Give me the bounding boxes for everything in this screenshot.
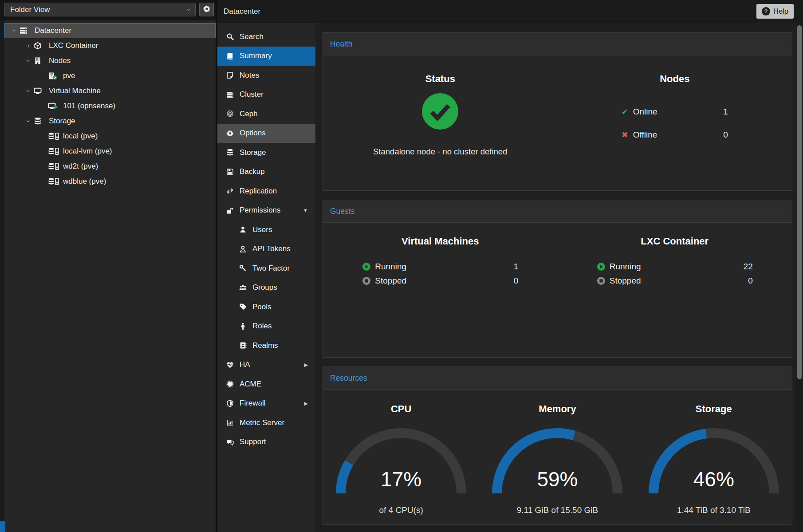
guests-column-title: Virtual Machines bbox=[323, 236, 558, 247]
menu-item-support[interactable]: Support bbox=[217, 433, 315, 452]
tree-item-wdblue-pve[interactable]: wdblue (pve) bbox=[4, 174, 216, 189]
storage-leaf-icon bbox=[48, 132, 59, 140]
guests-panel-body: Virtual MachinesRunning1Stopped0LXC Cont… bbox=[323, 223, 792, 357]
node-status-value: 0 bbox=[723, 130, 728, 140]
menu-item-storage[interactable]: Storage bbox=[217, 143, 315, 162]
note-icon bbox=[225, 71, 234, 79]
book-icon bbox=[225, 52, 234, 60]
db-icon bbox=[34, 117, 45, 125]
guest-status-row-running[interactable]: Running22 bbox=[597, 260, 753, 274]
menu-item-ha[interactable]: HA▶ bbox=[217, 355, 315, 375]
chart-icon bbox=[225, 419, 234, 427]
menu-item-permissions[interactable]: Permissions▼ bbox=[217, 201, 315, 221]
guest-status-label: Running bbox=[375, 262, 406, 272]
menu-item-api-tokens[interactable]: API Tokens bbox=[217, 240, 315, 259]
tree-item-wd2t-pve[interactable]: wd2t (pve) bbox=[4, 159, 216, 174]
gauge-arc: 59% bbox=[491, 428, 624, 499]
server-icon bbox=[20, 27, 31, 35]
menu-item-backup[interactable]: Backup bbox=[217, 162, 315, 182]
menu-item-cluster[interactable]: Cluster bbox=[217, 85, 315, 105]
gauge-percent: 59% bbox=[491, 467, 624, 491]
guest-status-value: 1 bbox=[514, 262, 519, 272]
heartbeat-icon bbox=[225, 361, 234, 369]
page-title: Datacenter bbox=[224, 7, 260, 16]
menu-item-label: Permissions bbox=[240, 206, 281, 215]
check-icon: ✔ bbox=[622, 107, 633, 117]
menu-item-label: Notes bbox=[240, 71, 259, 80]
chevron-down-icon[interactable]: › bbox=[24, 87, 32, 95]
cluster-icon bbox=[225, 91, 234, 99]
status-ok-icon bbox=[323, 93, 558, 132]
node-status-row-online: ✔Online1 bbox=[622, 100, 728, 123]
menu-item-notes[interactable]: Notes bbox=[217, 66, 315, 85]
guest-status-label: Stopped bbox=[375, 276, 406, 286]
node-status-label: Online bbox=[633, 107, 657, 117]
resources-panel-header: Resources bbox=[323, 367, 792, 390]
tree-item-label: Nodes bbox=[49, 56, 71, 65]
sidebar-settings-button[interactable] bbox=[199, 3, 214, 16]
status-message: Standalone node - no cluster defined bbox=[323, 147, 558, 157]
view-selector-dropdown[interactable]: Folder View › bbox=[4, 3, 196, 16]
tree-item-label: wd2t (pve) bbox=[63, 162, 98, 171]
chevron-down-icon[interactable]: › bbox=[24, 118, 32, 125]
gauge-title: CPU bbox=[323, 403, 479, 415]
menu-item-ceph[interactable]: Ceph bbox=[217, 104, 315, 124]
gauge-subtitle: 9.11 GiB of 15.50 GiB bbox=[479, 505, 635, 515]
tree-item-nodes[interactable]: ›Nodes bbox=[4, 53, 216, 68]
menu-item-pools[interactable]: Pools bbox=[217, 297, 315, 317]
resource-gauge-cpu: CPU 17%of 4 CPU(s) bbox=[323, 390, 479, 524]
guest-status-row-stopped[interactable]: Stopped0 bbox=[597, 274, 753, 288]
help-button[interactable]: ? Help bbox=[756, 4, 794, 19]
shield-icon bbox=[225, 399, 234, 407]
menu-item-options[interactable]: Options bbox=[217, 124, 315, 143]
tree-item-lxc-container[interactable]: ›LXC Container bbox=[4, 38, 216, 53]
arrow-right-icon[interactable]: ▶ bbox=[304, 401, 308, 406]
tree-item-101-opnsense[interactable]: 101 (opnsense) bbox=[4, 99, 216, 114]
menu-item-label: Roles bbox=[252, 322, 272, 331]
menu-item-metric-server[interactable]: Metric Server bbox=[217, 413, 315, 433]
guests-panel-title: Guests bbox=[330, 207, 354, 216]
menu-item-firewall[interactable]: Firewall▶ bbox=[217, 394, 315, 414]
gauge-subtitle: of 4 CPU(s) bbox=[323, 505, 479, 515]
chevron-right-icon[interactable]: › bbox=[25, 42, 32, 50]
menu-item-search[interactable]: Search bbox=[217, 27, 315, 47]
menu-item-two-factor[interactable]: Two Factor bbox=[217, 259, 315, 278]
menu-item-label: Options bbox=[240, 129, 266, 138]
summary-content: Health Status Standalone node - no clust… bbox=[315, 23, 796, 532]
storage-leaf-icon bbox=[48, 177, 59, 185]
arrow-right-icon[interactable]: ▶ bbox=[304, 362, 308, 368]
tree-item-pve[interactable]: pve bbox=[4, 68, 216, 83]
menu-item-groups[interactable]: Groups bbox=[217, 278, 315, 298]
arrow-down-icon[interactable]: ▼ bbox=[303, 208, 308, 213]
menu-item-summary[interactable]: Summary bbox=[217, 47, 315, 66]
comments-icon bbox=[225, 438, 234, 446]
role-icon bbox=[238, 322, 247, 330]
menu-item-replication[interactable]: Replication bbox=[217, 181, 315, 201]
storage-leaf-icon bbox=[48, 147, 59, 155]
chevron-down-icon[interactable]: › bbox=[10, 27, 18, 34]
cross-icon: ✖ bbox=[622, 130, 633, 140]
tree-item-local-lvm-pve[interactable]: local-lvm (pve) bbox=[4, 144, 216, 159]
resources-panel: Resources CPU 17%of 4 CPU(s)Memory 59%9.… bbox=[323, 366, 792, 525]
menu-item-label: API Tokens bbox=[252, 244, 291, 253]
menu-item-roles[interactable]: Roles bbox=[217, 317, 315, 336]
guest-status-row-stopped[interactable]: Stopped0 bbox=[362, 274, 518, 288]
menu-item-users[interactable]: Users bbox=[217, 220, 315, 240]
user-outline-icon bbox=[238, 245, 247, 253]
scrollbar-thumb[interactable] bbox=[797, 25, 802, 379]
guests-status-list: Running22Stopped0 bbox=[597, 260, 753, 288]
guest-status-row-running[interactable]: Running1 bbox=[362, 260, 518, 274]
unlock-icon bbox=[225, 206, 234, 214]
tree-item-datacenter[interactable]: ›Datacenter bbox=[4, 23, 216, 38]
guests-column-title: LXC Container bbox=[558, 236, 792, 247]
tree-item-virtual-machine[interactable]: ›Virtual Machine bbox=[4, 83, 216, 99]
chevron-down-icon[interactable]: › bbox=[24, 57, 32, 64]
tree-item-storage[interactable]: ›Storage bbox=[4, 114, 216, 129]
tree-item-label: Storage bbox=[49, 117, 75, 126]
tree-item-local-pve[interactable]: local (pve) bbox=[4, 129, 216, 144]
vertical-scrollbar[interactable] bbox=[796, 23, 803, 532]
menu-item-realms[interactable]: Realms bbox=[217, 336, 315, 355]
resource-gauge-memory: Memory 59%9.11 GiB of 15.50 GiB bbox=[479, 390, 635, 524]
menu-item-acme[interactable]: ACME bbox=[217, 374, 315, 394]
search-icon bbox=[225, 33, 234, 41]
